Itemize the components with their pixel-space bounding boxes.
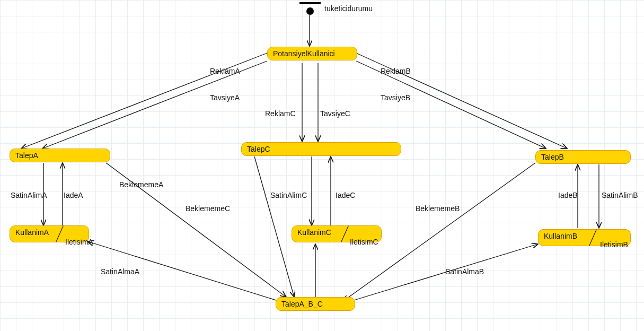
edge-label-iletisim-a: IletisimA <box>65 238 93 246</box>
edge-label-tavsiye-a: TavsiyeA <box>210 93 240 102</box>
initial-state-label: tuketicidurumu <box>324 4 373 13</box>
node-label: KullanimB <box>544 232 577 240</box>
edge-label-iade-a: IadeA <box>64 191 83 199</box>
node-label: PotansiyelKullanici <box>273 49 335 58</box>
node-talep-b[interactable]: TalepB <box>535 150 631 164</box>
edge-label-iletisim-c: IletisimC <box>350 238 378 246</box>
node-label: KullanimA <box>15 228 49 237</box>
edge-label-reklam-b: ReklamB <box>381 67 411 75</box>
edge-label-beklememe-c: BeklememeC <box>186 204 230 213</box>
edge-label-satinalma-a: SatinAlmaA <box>101 267 139 276</box>
node-talep-a[interactable]: TalepA <box>10 149 110 162</box>
edge-label-satinalma-b: SatinAlmaB <box>445 267 484 276</box>
initial-state <box>299 2 321 18</box>
node-label: KullanimC <box>297 228 331 237</box>
edge-label-iade-b: IadeB <box>558 191 578 199</box>
edge-label-satinalim-b: SatinAlimB <box>602 191 638 199</box>
edge-label-reklam-a: ReklamA <box>210 67 240 75</box>
node-talep-c[interactable]: TalepC <box>241 142 401 156</box>
node-potansiyel-kullanici[interactable]: PotansiyelKullanici <box>267 47 357 60</box>
edge-label-beklememe-a: BeklememeA <box>119 180 163 189</box>
node-label: TalepA <box>15 151 38 160</box>
edge-label-iade-c: IadeC <box>336 191 355 199</box>
edge-label-satinalim-c: SatinAlimC <box>270 191 307 199</box>
edge-label-iletisim-b: IletisimB <box>600 240 628 249</box>
edge-label-reklam-c: ReklamC <box>265 109 296 118</box>
edge-label-tavsiye-b: TavsiyeB <box>381 93 410 102</box>
edge-label-tavsiye-c: TavsiyeC <box>320 109 350 118</box>
edge-label-beklememe-b: BeklememeB <box>416 204 460 213</box>
node-label: TalepA_B_C <box>281 300 323 308</box>
edge-label-satinalim-a: SatinAlimA <box>11 191 47 199</box>
node-label: TalepC <box>247 145 270 153</box>
node-label: TalepB <box>541 153 564 161</box>
node-talep-abc[interactable]: TalepA_B_C <box>276 297 355 311</box>
